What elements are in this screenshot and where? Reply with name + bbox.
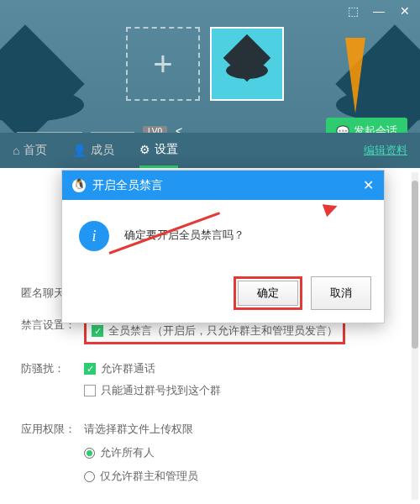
allow-call-checkbox[interactable]: ✓ xyxy=(84,363,96,375)
window-controls: ⬚ — ✕ xyxy=(346,4,412,18)
confirm-button[interactable]: 确定 xyxy=(238,281,298,306)
tab-bar: ⌂ 首页 👤 成员 ⚙ 设置 编辑资料 xyxy=(0,133,420,168)
allow-all-label: 允许所有人 xyxy=(100,445,155,460)
dialog-body: i 确定要开启全员禁言吗？ xyxy=(62,200,384,268)
info-icon: i xyxy=(79,221,109,251)
mute-all-checkbox[interactable]: ✓ xyxy=(92,325,103,337)
dialog-message: 确定要开启全员禁言吗？ xyxy=(124,221,244,243)
members-icon: 👤 xyxy=(72,144,87,157)
plus-icon: + xyxy=(153,45,172,83)
anti-harass-label: 防骚扰： xyxy=(21,361,84,376)
minimize-icon[interactable]: — xyxy=(372,4,386,18)
qq-icon xyxy=(72,179,86,192)
tab-home[interactable]: ⌂ 首页 xyxy=(13,133,47,168)
gear-icon: ⚙ xyxy=(139,143,150,156)
permission-label: 应用权限： xyxy=(21,422,84,437)
tab-members[interactable]: 👤 成员 xyxy=(72,133,114,168)
only-groupid-checkbox[interactable] xyxy=(84,385,96,396)
scrollbar[interactable] xyxy=(412,172,418,500)
mute-all-label: 全员禁言（开启后，只允许群主和管理员发言） xyxy=(108,323,338,339)
anti-harass-row: 防骚扰： ✓ 允许群通话 只能通过群号找到这个群 xyxy=(21,361,399,405)
edit-profile-link[interactable]: 编辑资料 xyxy=(364,143,407,158)
dialog-title: 开启全员禁言 xyxy=(92,178,163,193)
confirm-dialog: 开启全员禁言 ✕ i 确定要开启全员禁言吗？ 确定 取消 xyxy=(61,170,385,323)
permission-row: 应用权限： 请选择群文件上传权限 允许所有人 仅允许群主和管理员 xyxy=(21,422,399,492)
cancel-button[interactable]: 取消 xyxy=(311,276,371,310)
graduation-cap-icon xyxy=(222,45,272,83)
highlight-box-confirm: 确定 xyxy=(234,276,302,310)
dialog-close-button[interactable]: ✕ xyxy=(363,177,374,193)
only-groupid-label: 只能通过群号找到这个群 xyxy=(101,383,221,398)
group-avatar[interactable] xyxy=(210,27,284,101)
header-banner: ⬚ — ✕ + ▬▬▬▬▬▬ ▬▬▬▬ LV0 < 💬 发起会话 ⌂ 首页 👤 … xyxy=(0,0,420,168)
annotation-arrow-down xyxy=(345,38,365,113)
only-admin-label: 仅允许群主和管理员 xyxy=(100,469,198,484)
avatar-row: + xyxy=(126,27,284,101)
dialog-footer: 确定 取消 xyxy=(62,268,384,323)
allow-all-radio[interactable] xyxy=(84,448,95,459)
pin-icon[interactable]: ⬚ xyxy=(346,4,360,18)
dialog-header: 开启全员禁言 ✕ xyxy=(62,171,384,200)
tab-settings[interactable]: ⚙ 设置 xyxy=(139,133,178,168)
permission-hint: 请选择群文件上传权限 xyxy=(84,422,399,437)
add-avatar-button[interactable]: + xyxy=(126,27,200,101)
home-icon: ⌂ xyxy=(13,144,19,157)
only-admin-radio[interactable] xyxy=(84,471,95,482)
allow-call-label: 允许群通话 xyxy=(101,361,155,376)
scroll-thumb[interactable] xyxy=(412,181,418,349)
close-icon[interactable]: ✕ xyxy=(398,4,412,18)
